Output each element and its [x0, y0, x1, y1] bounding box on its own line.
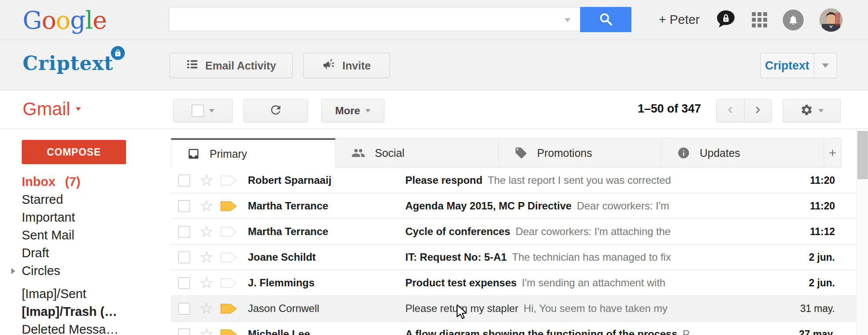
email-time: 2 jun. [754, 277, 868, 289]
search-button[interactable] [580, 7, 631, 32]
sidebar-item--imap-trash-[interactable]: [Imap]/Trash (… [0, 303, 171, 321]
email-snippet: Dear coworkers: I'm [577, 200, 669, 212]
importance-marker-icon[interactable] [220, 303, 238, 315]
pagination-counter: 1–50 of 347 [638, 102, 701, 116]
user-name-link[interactable]: + Peter [659, 13, 700, 27]
email-subject-line: Please return my staplerHi, You seem to … [405, 302, 754, 315]
user-avatar[interactable] [819, 8, 843, 32]
email-subject-line: Product test expensesI'm sending an atta… [405, 277, 754, 289]
star-icon[interactable]: ☆ [198, 275, 215, 291]
settings-dropdown-icon [818, 109, 824, 113]
prev-page-button[interactable] [717, 100, 744, 122]
invite-button[interactable]: Invite [303, 53, 390, 78]
star-icon[interactable]: ☆ [198, 326, 215, 335]
search-input[interactable] [169, 7, 580, 31]
importance-marker-icon[interactable] [220, 200, 238, 212]
google-logo[interactable]: Google [23, 6, 107, 34]
tab-promotions[interactable]: Promotions [498, 138, 661, 168]
criptext-lock-badge-icon [111, 46, 125, 60]
email-sender: J. Flemmings [248, 277, 405, 289]
tab-social-icon [351, 146, 365, 160]
email-row[interactable]: ☆ Martha Terrance Cycle of conferencesDe… [171, 219, 868, 245]
tab-primary[interactable]: Primary [171, 138, 336, 168]
email-sender: Joane Schildt [248, 251, 405, 263]
email-sender: Michelle Lee [248, 328, 405, 335]
tab-social[interactable]: Social [335, 138, 499, 168]
gmail-logo-menu[interactable]: Gmail [23, 99, 81, 119]
criptext-account-button[interactable]: Criptext [760, 53, 837, 78]
email-row[interactable]: ☆ Joane Schildt IT: Request No: 5-A1The … [171, 245, 868, 270]
topbar-right-cluster: + Peter [659, 0, 843, 40]
invite-label: Invite [342, 60, 371, 72]
email-snippet: I'm sending an attachment with [522, 277, 665, 289]
sidebar-item--imap-sent[interactable]: [Imap]/Sent [0, 285, 171, 303]
gmail-logo-text: Gmail [23, 99, 70, 119]
select-all-button[interactable] [173, 99, 233, 123]
settings-gear-icon [800, 103, 813, 118]
sidebar-item-label: Draft [22, 246, 49, 260]
email-row[interactable]: ☆ J. Flemmings Product test expensesI'm … [171, 270, 868, 296]
email-row[interactable]: ☆ Michelle Lee A flow diagram showing th… [171, 322, 868, 335]
criptext-chat-lock-icon[interactable] [715, 9, 736, 31]
add-tab-button[interactable]: + [824, 138, 841, 168]
sidebar-item-starred[interactable]: Starred [0, 191, 171, 209]
email-sender: Martha Terrance [248, 226, 405, 238]
star-icon[interactable]: ☆ [198, 301, 215, 316]
next-page-icon [753, 105, 763, 117]
email-row[interactable]: ☆ Martha Terrance Agenda May 2015, MC P … [171, 193, 868, 219]
row-checkbox[interactable] [178, 252, 190, 263]
star-icon[interactable]: ☆ [198, 224, 215, 239]
select-checkbox-icon[interactable] [192, 105, 204, 117]
importance-marker-icon[interactable] [220, 328, 238, 335]
row-checkbox[interactable] [178, 200, 190, 212]
sidebar-item-deleted-messa-[interactable]: Deleted Messa… [0, 321, 171, 335]
tab-label: Social [375, 147, 404, 159]
email-sender: Robert Sparnaaij [248, 174, 405, 186]
criptext-account-dropdown[interactable] [814, 53, 837, 78]
sidebar-item-label: [Imap]/Sent [22, 287, 86, 301]
criptext-logo[interactable]: Criptext [23, 52, 114, 74]
more-dropdown-icon [365, 109, 371, 113]
star-icon[interactable]: ☆ [198, 249, 215, 265]
email-activity-button[interactable]: Email Activity [170, 53, 293, 78]
row-checkbox[interactable] [178, 226, 190, 238]
email-row[interactable]: ☆ Jason Cornwell Please return my staple… [171, 296, 868, 322]
row-checkbox[interactable] [178, 277, 190, 289]
sidebar-item-inbox[interactable]: Inbox (7) [0, 173, 171, 191]
star-icon[interactable]: ☆ [198, 172, 215, 188]
next-page-button[interactable] [744, 100, 772, 122]
invite-icon [322, 58, 335, 73]
sidebar-item-circles[interactable]: Circles [0, 262, 171, 280]
email-subject: A flow diagram showing the functioning o… [405, 328, 678, 335]
more-button[interactable]: More [321, 99, 384, 123]
prev-page-icon [725, 105, 735, 117]
row-checkbox[interactable] [178, 328, 190, 335]
email-subject-line: Agenda May 2015, MC P DirectiveDear cowo… [405, 200, 754, 212]
settings-button[interactable] [783, 99, 841, 123]
sidebar-item-sent-mail[interactable]: Sent Mail [0, 226, 171, 244]
importance-marker-icon[interactable] [220, 252, 238, 263]
sidebar-item-draft[interactable]: Draft [0, 244, 171, 262]
expand-arrow-icon[interactable] [11, 268, 15, 274]
email-time: 11:20 [754, 200, 868, 212]
select-dropdown-icon[interactable] [209, 109, 214, 113]
importance-marker-icon[interactable] [220, 277, 238, 289]
star-icon[interactable]: ☆ [198, 198, 215, 214]
email-rows: ☆ Robert Sparnaaij Please respondThe las… [171, 168, 868, 335]
apps-grid-icon[interactable] [752, 12, 767, 27]
refresh-button[interactable] [244, 99, 308, 123]
notifications-bell-icon[interactable] [783, 10, 804, 30]
compose-button[interactable]: COMPOSE [22, 140, 126, 164]
scrollbar-track[interactable] [856, 129, 868, 335]
google-top-bar: Google + Peter [0, 0, 868, 40]
search-dropdown-icon[interactable] [564, 18, 571, 22]
row-checkbox[interactable] [178, 303, 190, 315]
sidebar-item-important[interactable]: Important [0, 209, 171, 226]
scrollbar-thumb[interactable] [858, 131, 868, 179]
importance-marker-icon[interactable] [220, 226, 238, 238]
row-checkbox[interactable] [178, 175, 190, 186]
importance-marker-icon[interactable] [220, 175, 238, 186]
email-time: 27 may. [754, 328, 868, 335]
tab-updates[interactable]: Updates [661, 138, 824, 168]
email-row[interactable]: ☆ Robert Sparnaaij Please respondThe las… [171, 168, 868, 193]
